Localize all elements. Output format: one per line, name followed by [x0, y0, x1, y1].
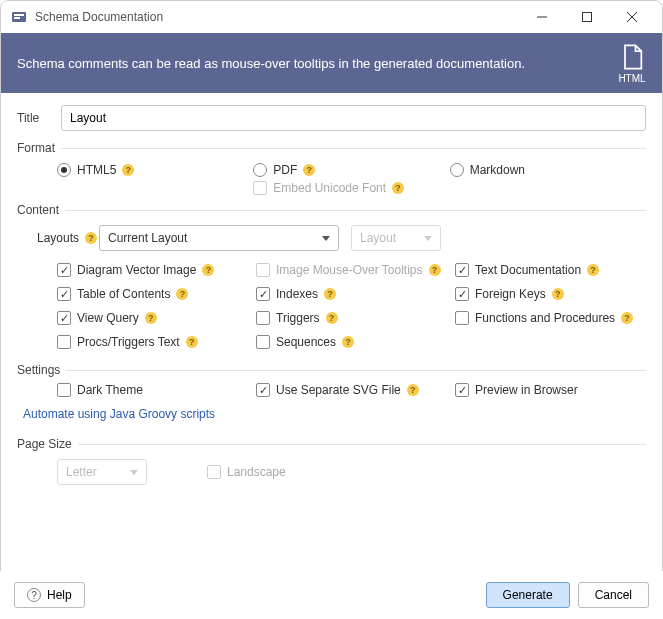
- check-triggers[interactable]: [256, 311, 270, 325]
- page-size-section-header: Page Size: [17, 437, 646, 451]
- check-image-tooltips: [256, 263, 270, 277]
- layouts-row: Layouts ? Current Layout Layout: [37, 225, 646, 251]
- titlebar: Schema Documentation: [1, 1, 662, 33]
- svg-rect-4: [582, 13, 591, 22]
- title-input[interactable]: [61, 105, 646, 131]
- help-icon[interactable]: ?: [407, 384, 419, 396]
- help-icon[interactable]: ?: [85, 232, 97, 244]
- html-icon: HTML: [618, 43, 646, 84]
- check-procs-triggers-text[interactable]: [57, 335, 71, 349]
- check-diagram-vector[interactable]: [57, 263, 71, 277]
- format-section-header: Format: [17, 141, 646, 155]
- help-icon[interactable]: ?: [326, 312, 338, 324]
- window-title: Schema Documentation: [35, 10, 519, 24]
- check-indexes[interactable]: [256, 287, 270, 301]
- help-icon[interactable]: ?: [122, 164, 134, 176]
- title-row: Title: [17, 105, 646, 131]
- settings-section-header: Settings: [17, 363, 646, 377]
- check-fks[interactable]: [455, 287, 469, 301]
- banner: Schema comments can be read as mouse-ove…: [1, 33, 662, 93]
- help-icon[interactable]: ?: [186, 336, 198, 348]
- help-icon[interactable]: ?: [176, 288, 188, 300]
- page-size-dropdown: Letter: [57, 459, 147, 485]
- chevron-down-icon: [130, 470, 138, 475]
- help-icon[interactable]: ?: [145, 312, 157, 324]
- window-controls: [519, 2, 654, 32]
- layouts-dropdown[interactable]: Current Layout: [99, 225, 339, 251]
- content-checkbox-grid: Diagram Vector Image? Image Mouse-Over T…: [57, 263, 646, 349]
- check-landscape: [207, 465, 221, 479]
- cancel-button[interactable]: Cancel: [578, 582, 649, 608]
- check-embed-font-label: Embed Unicode Font: [273, 181, 386, 195]
- content-section-header: Content: [17, 203, 646, 217]
- banner-text: Schema comments can be read as mouse-ove…: [17, 56, 618, 71]
- check-sequences[interactable]: [256, 335, 270, 349]
- settings-grid: Dark Theme Use Separate SVG File? Previe…: [57, 383, 646, 397]
- help-icon[interactable]: ?: [342, 336, 354, 348]
- check-dark-theme[interactable]: [57, 383, 71, 397]
- chevron-down-icon: [322, 236, 330, 241]
- check-view-query[interactable]: [57, 311, 71, 325]
- chevron-down-icon: [424, 236, 432, 241]
- check-separate-svg[interactable]: [256, 383, 270, 397]
- check-toc[interactable]: [57, 287, 71, 301]
- help-icon[interactable]: ?: [202, 264, 214, 276]
- content-area: Title Format HTML5 ? PDF ? Markdown Embe…: [1, 93, 662, 497]
- close-button[interactable]: [609, 2, 654, 32]
- format-options: HTML5 ? PDF ? Markdown: [57, 163, 646, 177]
- help-icon[interactable]: ?: [392, 182, 404, 194]
- radio-pdf[interactable]: [253, 163, 267, 177]
- help-icon: ?: [27, 588, 41, 602]
- help-icon[interactable]: ?: [303, 164, 315, 176]
- radio-markdown-label: Markdown: [470, 163, 525, 177]
- minimize-button[interactable]: [519, 2, 564, 32]
- radio-markdown[interactable]: [450, 163, 464, 177]
- help-icon[interactable]: ?: [552, 288, 564, 300]
- help-icon[interactable]: ?: [621, 312, 633, 324]
- generate-button[interactable]: Generate: [486, 582, 570, 608]
- radio-html5-label: HTML5: [77, 163, 116, 177]
- check-embed-font: [253, 181, 267, 195]
- svg-rect-1: [14, 14, 24, 16]
- automate-link[interactable]: Automate using Java Groovy scripts: [23, 407, 215, 421]
- check-text-doc[interactable]: [455, 263, 469, 277]
- help-button[interactable]: ? Help: [14, 582, 85, 608]
- banner-icon-label: HTML: [618, 73, 645, 84]
- title-label: Title: [17, 111, 61, 125]
- layouts-label: Layouts: [37, 231, 79, 245]
- page-size-row: Letter Landscape: [57, 459, 646, 485]
- check-preview[interactable]: [455, 383, 469, 397]
- help-icon[interactable]: ?: [324, 288, 336, 300]
- radio-pdf-label: PDF: [273, 163, 297, 177]
- layouts-secondary-dropdown: Layout: [351, 225, 441, 251]
- check-funcs[interactable]: [455, 311, 469, 325]
- radio-html5[interactable]: [57, 163, 71, 177]
- help-icon[interactable]: ?: [587, 264, 599, 276]
- format-subrow: Embed Unicode Font ?: [57, 181, 646, 195]
- footer: ? Help Generate Cancel: [0, 571, 663, 619]
- help-icon[interactable]: ?: [429, 264, 441, 276]
- maximize-button[interactable]: [564, 2, 609, 32]
- svg-rect-2: [14, 17, 20, 19]
- app-icon: [11, 9, 27, 25]
